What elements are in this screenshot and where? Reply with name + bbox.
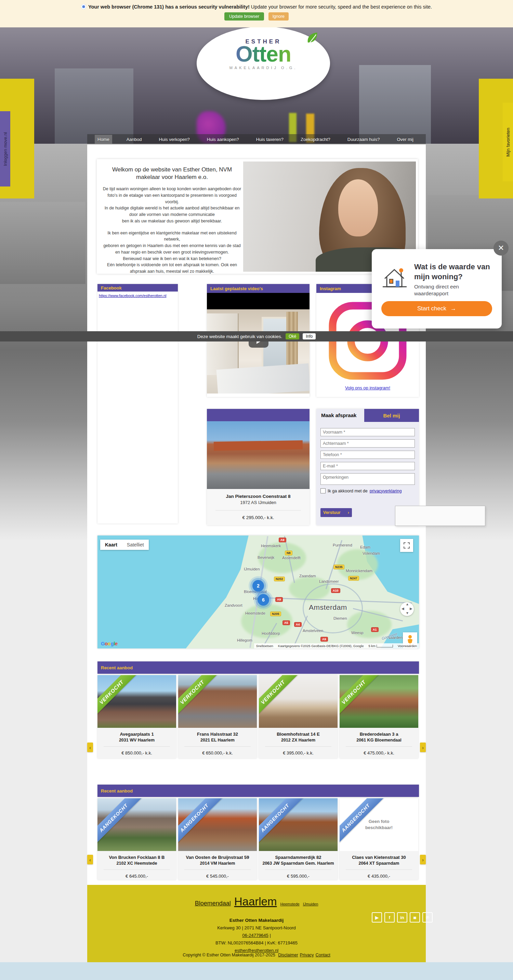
footer-socials: ▶fin◙℗ [372,912,433,923]
property-address: Spaarndammerdijk 82 [259,854,338,861]
cookie-ok-button[interactable]: Oké [286,333,299,339]
featured-property-photo [207,421,310,489]
google-map[interactable]: Kaart Satelliet ▲▼ ◀▶ Google Sneltoetsen… [97,536,419,648]
map-sea [97,536,258,648]
pan-control[interactable]: ▲▼ ◀▶ [400,602,414,616]
featured-property-card[interactable]: Jan Pieterszoon Coenstraat 8 1972 AS IJm… [207,409,310,525]
property-address: Van Oosten de Bruijnstraat 59 [178,854,257,861]
ignore-button[interactable]: Ignore [268,12,289,21]
start-check-button[interactable]: Start check→ [381,301,492,316]
prev-arrow-sold[interactable]: ‹ [87,743,93,752]
property-card[interactable]: AANGEKOCHTVan Oosten de Bruijnstraat 592… [178,798,257,880]
footer-city-bloemendaal[interactable]: Bloemendaal [195,900,231,907]
instagram-icon[interactable]: ◙ [410,912,420,923]
property-photo: AANGEKOCHT [259,798,338,851]
map-button-kaart[interactable]: Kaart [100,539,122,550]
nav-item-home[interactable]: Home [95,135,112,144]
youtube-icon[interactable]: ▶ [372,912,382,923]
privacy-link[interactable]: privacyverklaring [370,488,402,493]
welcome-paragraph: De tijd waarin woningen alleen te koop k… [102,186,243,205]
footer-link-contact[interactable]: Contact [316,953,330,958]
leaf-icon [304,32,320,46]
next-arrow-bought[interactable]: › [420,855,426,864]
input-e-mail[interactable] [321,462,415,470]
property-card[interactable]: VERKOCHTBrederodelaan 3 a2061 KG Bloemen… [340,675,418,758]
sidebar-tab-mijn-favorieten[interactable]: Mijn favorieten [503,103,513,181]
instagram-follow-link[interactable]: Volg ons op instagram! [316,385,419,390]
map-label-monnickendam: Monnickendam [346,569,372,573]
map-road-badge-n247: N247 [348,576,359,581]
property-card[interactable]: VERKOCHTAvegaarplaats 12031 WV Haarlem€ … [97,675,176,758]
map-cluster-marker[interactable]: 2 [253,580,264,592]
map-label-edam: Edam [360,545,370,549]
welcome-paragraph: Ik ben een eigentijdse en klantgerichte … [102,230,243,243]
welcome-title: Welkom op de website van Esther Otten, N… [103,166,241,181]
linkedin-icon[interactable]: in [397,912,407,923]
video-player[interactable] [207,293,310,393]
next-arrow-sold[interactable]: › [420,743,426,752]
home-value-popup: Wat is de waarde van mijn woning? Ontvan… [372,249,502,328]
input-voornaam[interactable] [321,428,415,436]
property-city: 2014 VM Haarlem [178,861,257,866]
facebook-icon[interactable]: f [384,912,395,923]
property-card[interactable]: AANGEKOCHTVon Brucken Focklaan 8 B2102 X… [97,798,176,880]
map-label-amstelveen: Amstelveen [303,628,323,633]
nav-item-huis-aankopen[interactable]: Huis aankopen? [204,135,242,144]
fullscreen-icon[interactable] [400,539,413,552]
prev-arrow-bought[interactable]: ‹ [87,855,93,864]
map-label-hillegom: Hillegom [237,638,253,642]
popup-close-icon[interactable]: ✕ [494,240,508,256]
map-terms-link[interactable]: Voorwaarden [398,644,417,648]
property-card[interactable]: Geen foto beschikbaar!AANGEKOCHTClaes va… [340,798,418,880]
property-city: 2021 EL Haarlem [178,737,257,743]
property-city: 2012 ZX Haarlem [259,737,338,743]
nav-item-huis-taxeren[interactable]: Huis taxeren? [253,135,286,144]
footer-email-link[interactable]: esther@estherotten.nl [235,948,278,953]
map-button-satelliet[interactable]: Satelliet [122,539,149,550]
property-card[interactable]: VERKOCHTFrans Halsstraat 322021 EL Haarl… [178,675,257,758]
map-cluster-marker[interactable]: 6 [257,594,269,606]
update-browser-button[interactable]: Update browser [224,12,264,21]
footer-link-privacy[interactable]: Privacy [300,953,314,958]
property-card[interactable]: VERKOCHTBloemhofstraat 14 E2012 ZX Haarl… [259,675,338,758]
submit-button[interactable]: Verstuur› [321,508,352,517]
input-telefoon[interactable] [321,451,415,459]
footer-city-haarlem[interactable]: Haarlem [234,895,277,908]
map-label-zaandam: Zaandam [299,574,316,578]
footer-city-heemstede[interactable]: Heemstede [280,902,299,906]
tab-maak-afspraak[interactable]: Maak afspraak [321,412,356,418]
map-label-heemskerk: Heemskerk [261,544,281,548]
input-opmerkingen[interactable] [321,473,415,485]
property-photo: Geen foto beschikbaar!AANGEKOCHT [340,798,418,851]
map-shortcuts-link[interactable]: Sneltoetsen [256,644,273,648]
footer-phone-link[interactable]: 06-24779645 [242,933,268,938]
property-photo: AANGEKOCHT [178,798,257,851]
featured-property-price: € 295.000,- k.k. [207,515,310,520]
tab-bel-mij[interactable]: Bel mij [364,409,419,422]
map-road-badge-a9: A9 [321,637,328,641]
sidebar-tab-inloggen-move[interactable]: Inloggen move.nl [0,111,10,186]
nav-item-huis-verkopen[interactable]: Huis verkopen? [156,135,192,144]
privacy-checkbox[interactable] [321,488,326,493]
property-card[interactable]: AANGEKOCHTSpaarndammerdijk 822063 JW Spa… [259,798,338,880]
nav-item-aanbod[interactable]: Aanbod [124,135,145,144]
welcome-paragraph: Benieuwd naar wie ik ben en wat ik kan b… [102,256,243,262]
map-road-badge-n8: N8 [285,550,292,555]
footer-link-disclaimer[interactable]: Disclaimer [278,953,298,958]
nav-item-duurzaam-huis[interactable]: Duurzaam huis? [345,135,383,144]
nav-item-zoekopdracht[interactable]: Zoekopdracht? [298,135,333,144]
cookie-info-button[interactable]: Info [303,333,316,339]
welcome-paragraphs: De tijd waarin woningen alleen te koop k… [100,186,244,275]
pinterest-icon[interactable]: ℗ [422,912,433,923]
map-road-badge-a10: A10 [331,588,340,593]
browser-warning-banner: Your web browser (Chrome 131) has a seri… [0,0,513,27]
input-achternaam[interactable] [321,439,415,447]
footer-city-ijmuiden[interactable]: IJmuiden [303,902,318,906]
nav-item-over-mij[interactable]: Over mij [394,135,416,144]
map-road-badge-a5: A5 [283,620,290,625]
welcome-paragraph: Eén telefoontje is voldoende om tot een … [102,262,243,275]
form-fields [321,428,415,489]
map-label-landsmeer: Landsmeer [319,579,339,584]
map-label-zandvoort: Zandvoort [225,603,243,608]
facebook-link[interactable]: https://www.facebook.com/estherotten.nl [99,294,167,298]
